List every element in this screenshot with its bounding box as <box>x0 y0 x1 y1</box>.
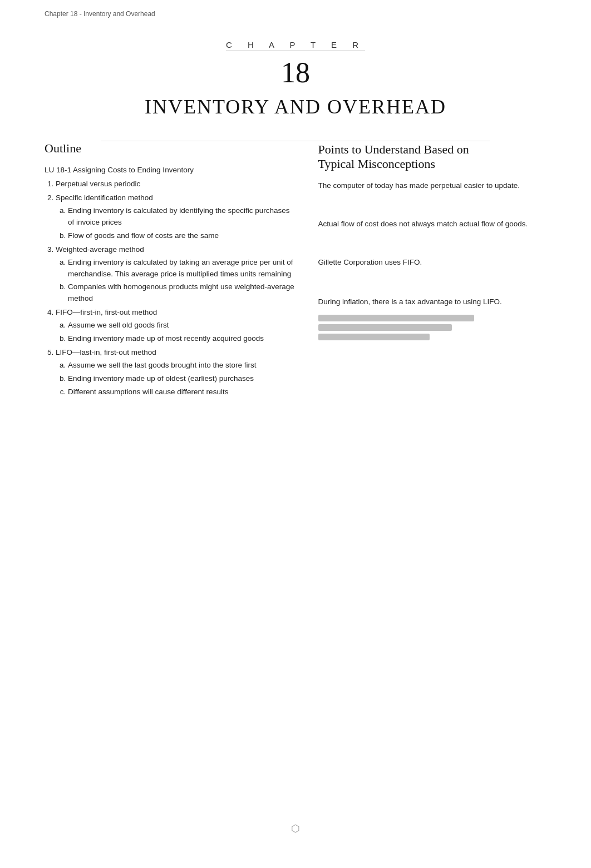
list-item: FIFO—first-in, first-out method Assume w… <box>56 307 296 345</box>
chapter-label: C H A P T E R <box>226 40 365 51</box>
list-item: Ending inventory made up of most recentl… <box>68 333 296 345</box>
right-column: Points to Understand Based onTypical Mis… <box>318 141 546 400</box>
breadcrumb-text: Chapter 18 - Inventory and Overhead <box>45 10 155 18</box>
list-item: Ending inventory is calculated by identi… <box>68 205 296 229</box>
sub-list: Ending inventory is calculated by identi… <box>56 205 296 242</box>
left-column: Outline LU 18-1 Assigning Costs to Endin… <box>45 141 296 400</box>
points-text-2: Actual flow of cost does not always matc… <box>318 219 546 230</box>
points-text-1: The computer of today has made perpetual… <box>318 180 546 192</box>
list-item: Assume we sell old goods first <box>68 320 296 331</box>
breadcrumb: Chapter 18 - Inventory and Overhead <box>0 0 591 18</box>
outline-list: Perpetual versus periodic Specific ident… <box>45 178 296 398</box>
points-block-5-redacted <box>318 315 546 340</box>
list-item: Weighted-average method Ending inventory… <box>56 244 296 305</box>
points-text-3: Gillette Corporation uses FIFO. <box>318 257 546 269</box>
points-block-3: Gillette Corporation uses FIFO. <box>318 257 546 269</box>
points-text-4: During inflation, there is a tax advanta… <box>318 296 546 308</box>
points-block-2: Actual flow of cost does not always matc… <box>318 219 546 230</box>
list-item: Different assumptions will cause differe… <box>68 386 296 398</box>
redacted-line-2 <box>318 324 452 331</box>
chapter-title: INVENTORY AND OVERHEAD <box>0 95 591 118</box>
sub-list: Assume we sell old goods first Ending in… <box>56 320 296 345</box>
list-item: Ending inventory made up of oldest (earl… <box>68 373 296 385</box>
content-area: Outline LU 18-1 Assigning Costs to Endin… <box>0 141 591 400</box>
list-item: Companies with homogenous products might… <box>68 281 296 305</box>
list-item: LIFO—last-in, first-out method Assume we… <box>56 347 296 398</box>
list-item: Ending inventory is calculated by taking… <box>68 257 296 280</box>
points-content: The computer of today has made perpetual… <box>318 180 546 340</box>
lu-header: LU 18-1 Assigning Costs to Ending Invent… <box>45 165 296 176</box>
list-item: Specific identification method Ending in… <box>56 192 296 242</box>
redacted-line-3 <box>318 334 430 340</box>
list-item: Perpetual versus periodic <box>56 178 296 190</box>
outline-content: LU 18-1 Assigning Costs to Ending Invent… <box>45 165 296 398</box>
list-item: Assume we sell the last goods brought in… <box>68 360 296 371</box>
redacted-line-1 <box>318 315 474 321</box>
points-block-4: During inflation, there is a tax advanta… <box>318 296 546 308</box>
sub-list: Assume we sell the last goods brought in… <box>56 360 296 398</box>
points-header: Points to Understand Based onTypical Mis… <box>318 142 546 171</box>
footer-area: ⬡ <box>291 822 300 835</box>
outline-header: Outline <box>45 141 296 156</box>
chapter-header: C H A P T E R 18 INVENTORY AND OVERHEAD <box>0 18 591 118</box>
footer-icon: ⬡ <box>291 823 300 834</box>
page: Chapter 18 - Inventory and Overhead C H … <box>0 0 591 868</box>
points-block-1: The computer of today has made perpetual… <box>318 180 546 192</box>
sub-list: Ending inventory is calculated by taking… <box>56 257 296 305</box>
list-item: Flow of goods and flow of costs are the … <box>68 230 296 242</box>
chapter-number: 18 <box>0 57 591 88</box>
